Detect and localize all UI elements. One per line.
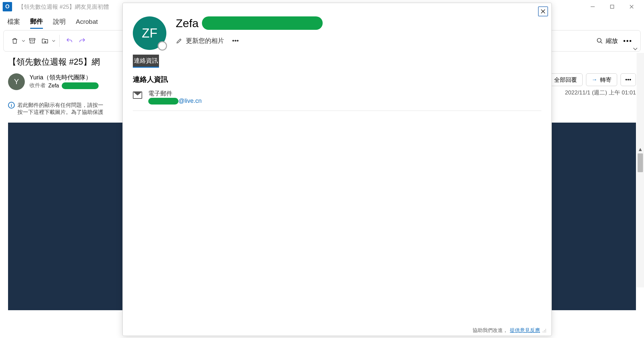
- forward-icon: →: [592, 76, 597, 83]
- undo-icon: [66, 37, 73, 45]
- redacted-email-local: [148, 98, 178, 105]
- move-icon: [41, 37, 49, 45]
- svg-point-12: [543, 332, 543, 332]
- presence-indicator: [158, 41, 167, 51]
- forward-button[interactable]: → 轉寄: [586, 73, 617, 86]
- window-title: 【領先數位週報 #25】網友見面初體: [18, 3, 109, 11]
- info-icon: i: [8, 102, 15, 109]
- tab-contact-info[interactable]: 連絡資訊: [133, 55, 159, 68]
- footer-text: 協助我們改進，: [473, 327, 508, 334]
- card-more-button[interactable]: •••: [232, 37, 239, 45]
- redacted-name: [202, 16, 323, 30]
- tab-mail[interactable]: 郵件: [30, 15, 43, 29]
- more-icon: •••: [232, 37, 239, 45]
- svg-point-11: [545, 330, 546, 331]
- zoom-button[interactable]: 縮放: [596, 37, 618, 45]
- email-row: 電子郵件 @live.cn: [133, 89, 541, 105]
- email-domain: @live.cn: [178, 97, 202, 105]
- recipient-label: 收件者: [30, 82, 46, 89]
- card-close-button[interactable]: [538, 6, 548, 16]
- contact-card: ZF Zefa 更新您的相片 ••• 連絡資訊 連絡人資訊: [122, 3, 552, 336]
- card-contact-name: Zefa: [176, 17, 199, 30]
- minimize-icon: [590, 4, 595, 9]
- move-dropdown[interactable]: [51, 35, 56, 47]
- mail-icon: [133, 91, 142, 99]
- chevron-down-icon: [52, 40, 55, 42]
- close-icon: [629, 4, 634, 9]
- card-avatar[interactable]: ZF: [133, 16, 166, 50]
- card-header: ZF Zefa 更新您的相片 •••: [123, 3, 551, 55]
- svg-line-6: [600, 42, 602, 44]
- pencil-icon: [176, 38, 182, 44]
- tab-acrobat[interactable]: Acrobat: [76, 16, 98, 27]
- archive-icon: [29, 37, 36, 45]
- scrollbar[interactable]: ▲: [637, 53, 644, 287]
- message-actions: ⤺ 全部回覆 → 轉寄 •••: [541, 73, 636, 86]
- forward-label: 轉寄: [600, 76, 611, 84]
- svg-point-10: [544, 330, 545, 331]
- reply-all-label: 全部回覆: [554, 76, 577, 84]
- svg-point-5: [597, 39, 601, 43]
- scroll-thumb[interactable]: [638, 153, 643, 172]
- minimize-button[interactable]: [583, 0, 602, 13]
- redacted-recipient: [62, 82, 99, 89]
- info-line-1: 若此郵件的顯示有任何問題，請按一: [17, 102, 103, 109]
- resize-grip-icon[interactable]: [542, 328, 547, 333]
- contact-info-section: 連絡人資訊 電子郵件 @live.cn: [123, 68, 551, 118]
- redo-icon: [78, 37, 86, 45]
- search-icon: [596, 38, 603, 44]
- close-icon: [540, 9, 546, 14]
- trash-icon: [11, 37, 18, 45]
- chevron-down-icon: [22, 40, 25, 42]
- sender-avatar[interactable]: Y: [8, 73, 25, 90]
- update-photo-button[interactable]: 更新您的相片: [176, 37, 224, 45]
- undo-button[interactable]: [63, 35, 76, 47]
- more-icon: •••: [625, 76, 631, 83]
- section-title: 連絡人資訊: [133, 75, 541, 84]
- feedback-link[interactable]: 提供意見反應: [510, 327, 540, 334]
- zoom-label: 縮放: [606, 37, 618, 45]
- tab-help[interactable]: 說明: [53, 15, 66, 28]
- separator: [59, 35, 60, 47]
- tab-file[interactable]: 檔案: [7, 15, 20, 28]
- archive-button[interactable]: [26, 35, 39, 47]
- card-avatar-initials: ZF: [142, 26, 157, 41]
- move-button[interactable]: [39, 35, 51, 47]
- ribbon-collapse-icon[interactable]: [633, 47, 638, 51]
- redo-button[interactable]: [76, 35, 89, 47]
- svg-point-9: [545, 329, 546, 330]
- message-timestamp: 2022/11/1 (週二) 上午 01:01: [541, 89, 636, 96]
- delete-dropdown[interactable]: [21, 35, 26, 47]
- svg-rect-4: [30, 39, 35, 40]
- email-label: 電子郵件: [148, 89, 202, 97]
- close-button[interactable]: [622, 0, 641, 13]
- message-more-button[interactable]: •••: [621, 73, 636, 86]
- card-tabs: 連絡資訊: [123, 55, 551, 68]
- divider: [133, 111, 541, 111]
- card-footer: 協助我們改進， 提供意見反應: [473, 327, 547, 334]
- scroll-up-icon[interactable]: ▲: [638, 147, 643, 152]
- recipient-name[interactable]: Zefa: [48, 83, 59, 89]
- svg-point-13: [544, 332, 545, 332]
- delete-button[interactable]: [8, 35, 21, 47]
- outlook-icon: O: [3, 2, 12, 11]
- maximize-button[interactable]: [602, 0, 622, 13]
- toolbar-more[interactable]: •••: [620, 37, 636, 45]
- svg-rect-1: [610, 5, 614, 8]
- update-photo-label: 更新您的相片: [186, 37, 224, 45]
- window-controls: [583, 0, 641, 13]
- email-value[interactable]: @live.cn: [148, 97, 202, 105]
- info-line-2: 按一下這裡下載圖片。為了協助保護: [17, 109, 103, 116]
- maximize-icon: [610, 4, 614, 9]
- svg-point-14: [545, 332, 546, 332]
